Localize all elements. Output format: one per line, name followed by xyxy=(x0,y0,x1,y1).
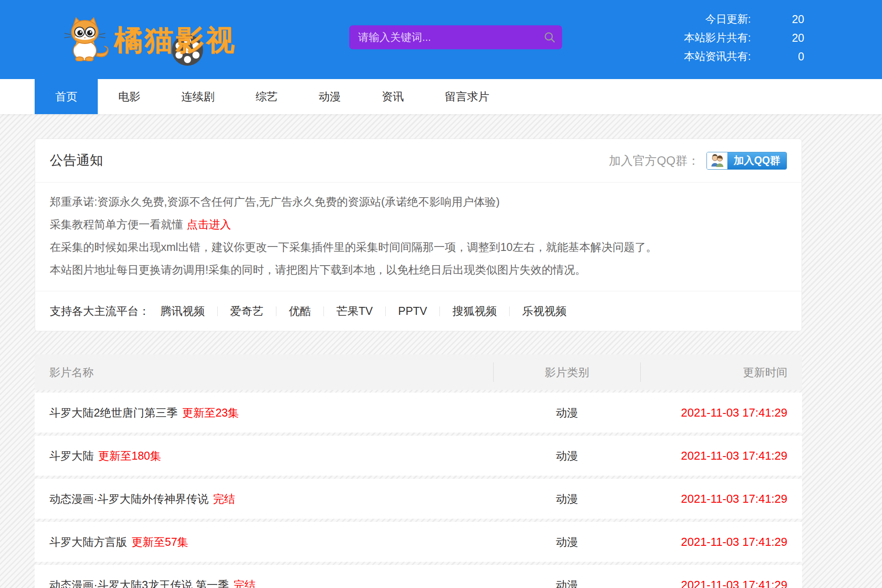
nav-item-home[interactable]: 首页 xyxy=(35,79,98,114)
column-header-category: 影片类别 xyxy=(493,365,641,380)
search-input[interactable] xyxy=(349,25,537,49)
notice-line: 本站图片地址每日更换请勿调用!采集的同时，请把图片下载到本地，以免杜绝日后出现类… xyxy=(50,258,787,281)
movie-row[interactable]: 动态漫画·斗罗大陆外传神界传说完结 动漫 2021-11-03 17:41:29 xyxy=(35,479,802,519)
site-title: 橘猫影视 xyxy=(114,19,237,61)
movie-title-link[interactable]: 动态漫画·斗罗大陆外传神界传说 xyxy=(49,493,208,505)
movie-status: 完结 xyxy=(213,493,235,505)
stat-total-movies: 本站影片共有: 20 xyxy=(538,28,804,47)
movie-table: 影片名称 影片类别 更新时间 斗罗大陆2绝世唐门第三季更新至23集 动漫 202… xyxy=(35,354,802,588)
stat-label: 本站影片共有: xyxy=(538,28,751,47)
movie-updated-time: 2021-11-03 17:41:29 xyxy=(681,578,788,588)
platforms-label: 支持各大主流平台： xyxy=(50,304,150,318)
movie-title-link[interactable]: 斗罗大陆 xyxy=(49,449,94,462)
movie-category-link[interactable]: 动漫 xyxy=(556,406,578,419)
movie-status: 更新至57集 xyxy=(132,536,188,548)
movie-category-link[interactable]: 动漫 xyxy=(556,493,578,505)
site-stats: 今日更新: 20 本站影片共有: 20 本站资讯共有: 0 xyxy=(538,10,804,66)
movie-row[interactable]: 斗罗大陆2绝世唐门第三季更新至23集 动漫 2021-11-03 17:41:2… xyxy=(35,393,802,433)
notice-line: 在采集的时候如果出现xml出错，建议你更改一下采集插件里的采集时间间隔那一项，调… xyxy=(50,236,787,258)
nav-item-request[interactable]: 留言求片 xyxy=(424,79,510,114)
notice-text: 在采集的时候如果出现xml出错，建议你更改一下采集插件里的采集时间间隔那一项，调… xyxy=(50,241,657,253)
site-header: 橘猫影视 今日更新: 20 本站影片共有: 20 本站资讯共有: 0 xyxy=(0,0,882,79)
stat-value: 20 xyxy=(751,10,804,28)
platform-tencent[interactable]: 腾讯视频 xyxy=(160,304,217,318)
qq-button-label: 加入QQ群 xyxy=(727,152,786,169)
platforms-row: 支持各大主流平台： 腾讯视频 爱奇艺 优酷 芒果TV PPTV 搜狐视频 乐视视… xyxy=(35,291,802,331)
announcement-card: 公告通知 加入官方QQ群： 加入QQ群 xyxy=(35,139,802,331)
stat-today-updates: 今日更新: 20 xyxy=(538,10,804,28)
main-container: 公告通知 加入官方QQ群： 加入QQ群 xyxy=(35,139,802,588)
nav-item-movies[interactable]: 电影 xyxy=(98,79,161,114)
movie-status: 更新至23集 xyxy=(182,406,239,419)
qq-label: 加入官方QQ群： xyxy=(609,153,699,169)
stat-value: 20 xyxy=(751,28,804,47)
stat-label: 今日更新: xyxy=(538,10,751,28)
movie-title-link[interactable]: 动态漫画·斗罗大陆3龙王传说 第一季 xyxy=(49,579,229,588)
movie-category-link[interactable]: 动漫 xyxy=(556,579,578,588)
search-bar xyxy=(349,25,562,49)
join-qq-group-button[interactable]: 加入QQ群 xyxy=(706,152,787,170)
notice-line: 采集教程简单方便一看就懂点击进入 xyxy=(50,213,787,236)
movie-title-link[interactable]: 斗罗大陆方言版 xyxy=(49,536,127,548)
notice-text: 采集教程简单方便一看就懂 xyxy=(50,218,183,230)
notice-text: 本站图片地址每日更换请勿调用!采集的同时，请把图片下载到本地，以免杜绝日后出现类… xyxy=(50,263,586,276)
announcement-body: 郑重承诺:资源永久免费,资源不含任何广告,无广告永久免费的资源站(承诺绝不影响用… xyxy=(35,183,802,291)
qq-area: 加入官方QQ群： 加入QQ群 xyxy=(609,152,787,170)
notice-line: 郑重承诺:资源永久免费,资源不含任何广告,无广告永久免费的资源站(承诺绝不影响用… xyxy=(50,191,787,213)
main-nav: 首页 电影 连续剧 综艺 动漫 资讯 留言求片 xyxy=(0,79,882,114)
announcement-title: 公告通知 xyxy=(50,151,103,170)
movie-status: 完结 xyxy=(233,579,255,588)
movie-title-link[interactable]: 斗罗大陆2绝世唐门第三季 xyxy=(49,406,178,419)
platform-mgtv[interactable]: 芒果TV xyxy=(324,304,385,318)
movie-row[interactable]: 斗罗大陆更新至180集 动漫 2021-11-03 17:41:29 xyxy=(35,436,802,476)
cat-mascot-icon xyxy=(62,17,112,61)
stat-value: 0 xyxy=(751,47,804,66)
column-header-updated: 更新时间 xyxy=(641,365,802,380)
stat-total-news: 本站资讯共有: 0 xyxy=(538,47,804,66)
platform-iqiyi[interactable]: 爱奇艺 xyxy=(218,304,276,318)
stat-label: 本站资讯共有: xyxy=(538,47,751,66)
platform-sohu[interactable]: 搜狐视频 xyxy=(440,304,509,318)
notice-text: 郑重承诺:资源永久免费,资源不含任何广告,无广告永久免费的资源站(承诺绝不影响用… xyxy=(50,195,500,208)
announcement-header: 公告通知 加入官方QQ群： 加入QQ群 xyxy=(35,139,802,183)
nav-item-news[interactable]: 资讯 xyxy=(361,79,424,114)
site-logo[interactable]: 橘猫影视 xyxy=(62,17,237,61)
platform-letv[interactable]: 乐视视频 xyxy=(510,304,579,318)
nav-item-variety[interactable]: 综艺 xyxy=(235,79,298,114)
notice-enter-link[interactable]: 点击进入 xyxy=(187,218,231,230)
movie-row[interactable]: 动态漫画·斗罗大陆3龙王传说 第一季完结 动漫 2021-11-03 17:41… xyxy=(35,565,802,588)
platform-youku[interactable]: 优酷 xyxy=(276,304,323,318)
movie-updated-time: 2021-11-03 17:41:29 xyxy=(681,535,788,548)
column-header-name: 影片名称 xyxy=(35,365,493,380)
movie-category-link[interactable]: 动漫 xyxy=(556,536,578,548)
movie-category-link[interactable]: 动漫 xyxy=(556,449,578,462)
movie-updated-time: 2021-11-03 17:41:29 xyxy=(681,492,788,505)
nav-item-series[interactable]: 连续剧 xyxy=(161,79,235,114)
movie-status: 更新至180集 xyxy=(98,449,161,462)
movie-row[interactable]: 斗罗大陆方言版更新至57集 动漫 2021-11-03 17:41:29 xyxy=(35,522,802,562)
platform-pptv[interactable]: PPTV xyxy=(386,305,439,318)
nav-item-anime[interactable]: 动漫 xyxy=(298,79,361,114)
movie-updated-time: 2021-11-03 17:41:29 xyxy=(681,449,788,462)
movie-updated-time: 2021-11-03 17:41:29 xyxy=(681,406,788,419)
qq-people-icon xyxy=(707,152,727,169)
movie-table-header: 影片名称 影片类别 更新时间 xyxy=(35,354,802,390)
